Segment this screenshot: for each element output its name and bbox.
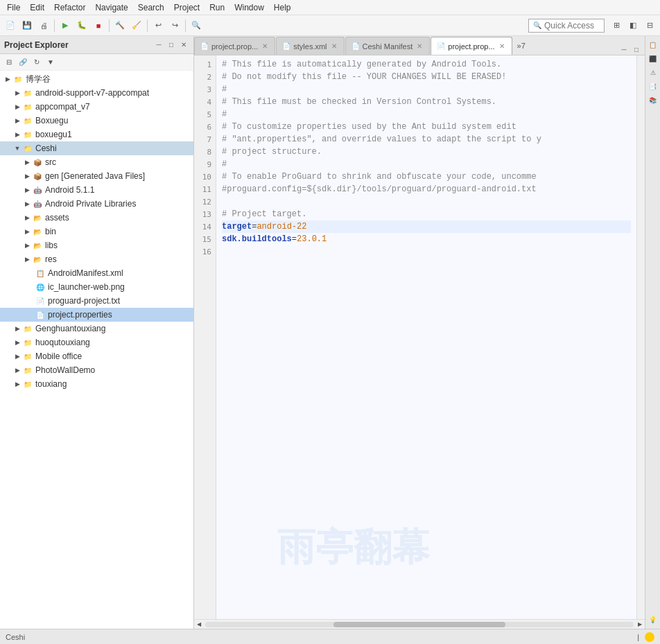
vertical-scrollbar[interactable] [636, 55, 645, 619]
tree-item-bin[interactable]: ▶ 📂 bin [0, 225, 193, 238]
tree-item-res[interactable]: ▶ 📂 res [0, 252, 193, 266]
tree-item-boxuegu1[interactable]: ▶ 📁 boxuegu1 [0, 128, 193, 141]
tab-project-prop-1[interactable]: 📄 project.prop... ✕ [194, 37, 275, 55]
menu-navigate[interactable]: Navigate [91, 1, 132, 14]
tab-bar-minimize[interactable]: ─ [618, 44, 629, 55]
tree-label: huoqutouxiang [35, 338, 90, 347]
tab-ceshi-manifest[interactable]: 📄 Ceshi Manifest ✕ [345, 37, 431, 55]
line-num-10: 10 [194, 171, 216, 183]
scroll-thumb[interactable] [333, 622, 505, 627]
tree-item-PhotoWallDemo[interactable]: ▶ 📁 PhotoWallDemo [0, 363, 193, 377]
code-line-10: # To enable ProGuard to shrink and obfus… [222, 171, 631, 183]
clean-btn[interactable]: 🧹 [129, 18, 144, 33]
history-btn[interactable]: 📚 [647, 94, 659, 107]
menu-run[interactable]: Run [205, 1, 229, 14]
tree-item-src[interactable]: ▶ 📦 src [0, 155, 193, 169]
tab-close-btn[interactable]: ✕ [498, 42, 506, 51]
console-btn[interactable]: ⬛ [647, 53, 659, 65]
panel-minimize-btn[interactable]: ─ [153, 40, 164, 51]
scroll-left-arrow[interactable]: ◀ [194, 620, 204, 629]
search-toolbar-btn[interactable]: 🔍 [189, 18, 204, 33]
tab-styles[interactable]: 📄 styles.xml ✕ [276, 37, 344, 55]
line-num-5: 5 [194, 108, 216, 121]
project-icon: 📁 [22, 337, 33, 348]
tree-item-appcompat[interactable]: ▶ 📁 appcompat_v7 [0, 100, 193, 114]
tab-close-btn[interactable]: ✕ [415, 42, 424, 51]
menu-edit[interactable]: Edit [26, 1, 49, 14]
code-editor[interactable]: 1 2 3 4 5 6 7 8 9 10 11 12 13 14 15 16 #… [194, 55, 645, 619]
menu-help[interactable]: Help [270, 1, 295, 14]
tree-item-android-support[interactable]: ▶ 📁 android-support-v7-appcompat [0, 86, 193, 100]
line-num-9: 9 [194, 158, 216, 171]
tree-item-ic-launcher[interactable]: 🌐 ic_launcher-web.png [0, 280, 193, 294]
menu-file[interactable]: File [3, 1, 24, 14]
tab-project-prop-active[interactable]: 📄 project.prop... ✕ [431, 37, 512, 55]
tree-item-android511[interactable]: ▶ 🤖 Android 5.1.1 [0, 183, 193, 197]
quick-access-box[interactable]: 🔍 [528, 19, 605, 33]
expand-arrow: ▶ [12, 325, 22, 332]
bottom-icon-btn[interactable]: 💡 [647, 613, 659, 626]
layout-btn[interactable]: ⊟ [642, 18, 657, 33]
code-line-16 [222, 245, 631, 258]
code-text: # This file is automatically generated b… [222, 58, 501, 71]
link-editor-btn[interactable]: 🔗 [17, 56, 29, 69]
sync-btn[interactable]: ↻ [31, 56, 43, 69]
tab-close-btn[interactable]: ✕ [330, 42, 338, 51]
tab-label: styles.xml [293, 42, 327, 51]
status-indicator [645, 632, 654, 642]
quick-access-input[interactable] [544, 21, 600, 31]
run-btn[interactable]: ▶ [58, 18, 73, 33]
tree-label: 博学谷 [26, 73, 51, 85]
stop-btn[interactable]: ■ [91, 18, 106, 33]
debug-btn[interactable]: 🐛 [74, 18, 89, 33]
undo-btn[interactable]: ↩ [150, 18, 166, 33]
code-content-area[interactable]: # This file is automatically generated b… [216, 55, 636, 619]
tree-item-Ceshi[interactable]: ▼ 📁 Ceshi [0, 141, 193, 155]
tree-item-assets[interactable]: ▶ 📂 assets [0, 211, 193, 225]
scroll-right-arrow[interactable]: ▶ [635, 620, 645, 629]
line-num-6: 6 [194, 121, 216, 133]
new-btn[interactable]: 📄 [3, 18, 18, 33]
tree-item-Genghuantouxiang[interactable]: ▶ 📁 Genghuantouxiang [0, 322, 193, 336]
tree-item-proguard[interactable]: 📄 proguard-project.txt [0, 294, 193, 308]
tree-label: AndroidManifest.xml [48, 268, 123, 278]
perspective-btn[interactable]: ⊞ [609, 18, 624, 33]
tree-item-gen[interactable]: ▶ 📦 gen [Generated Java Files] [0, 169, 193, 183]
tree-item-博学谷[interactable]: ▶ 📁 博学谷 [0, 72, 193, 86]
tree-item-libs[interactable]: ▶ 📂 libs [0, 238, 193, 252]
menu-project[interactable]: Project [170, 1, 204, 14]
line-num-15: 15 [194, 233, 216, 245]
tree-item-android-private[interactable]: ▶ 🤖 Android Private Libraries [0, 197, 193, 211]
code-line-8: # project structure. [222, 146, 631, 158]
scroll-track[interactable] [205, 622, 634, 627]
expand-arrow: ▶ [22, 256, 32, 263]
problems-btn[interactable]: ⚠ [647, 67, 659, 79]
tree-item-touxiang[interactable]: ▶ 📁 touxiang [0, 377, 193, 391]
tab-icon: 📄 [351, 42, 360, 50]
print-btn[interactable]: 🖨 [36, 18, 51, 33]
tab-overflow-button[interactable]: »7 [513, 37, 530, 55]
panel-maximize-btn[interactable]: □ [166, 40, 177, 51]
collapse-all-btn[interactable]: ⊟ [3, 56, 15, 69]
view-btn[interactable]: ◧ [625, 18, 641, 33]
tree-item-Boxuegu[interactable]: ▶ 📁 Boxuegu [0, 114, 193, 128]
tab-bar-maximize[interactable]: □ [631, 44, 642, 55]
outline-btn[interactable]: 📑 [647, 80, 659, 93]
menu-search[interactable]: Search [134, 1, 168, 14]
tab-close-btn[interactable]: ✕ [261, 42, 269, 51]
line-num-2: 2 [194, 71, 216, 83]
panel-menu-btn[interactable]: ▼ [44, 56, 57, 69]
redo-btn[interactable]: ↪ [167, 18, 182, 33]
tree-item-mobile-office[interactable]: ▶ 📁 Mobile office [0, 349, 193, 363]
menu-window[interactable]: Window [230, 1, 268, 14]
tree-item-huoqutouxiang[interactable]: ▶ 📁 huoqutouxiang [0, 336, 193, 349]
horizontal-scrollbar[interactable]: ◀ ▶ [194, 619, 645, 629]
tasks-btn[interactable]: 📋 [647, 39, 659, 51]
menu-refactor[interactable]: Refactor [50, 1, 89, 14]
panel-close-btn[interactable]: ✕ [178, 40, 189, 51]
tree-item-project-properties[interactable]: 📄 project.properties [0, 308, 193, 322]
save-btn[interactable]: 💾 [19, 18, 35, 33]
tree-item-androidmanifest[interactable]: 📋 AndroidManifest.xml [0, 266, 193, 280]
code-text: # Do not modify this file -- YOUR CHANGE… [222, 71, 506, 83]
build-btn[interactable]: 🔨 [112, 18, 128, 33]
